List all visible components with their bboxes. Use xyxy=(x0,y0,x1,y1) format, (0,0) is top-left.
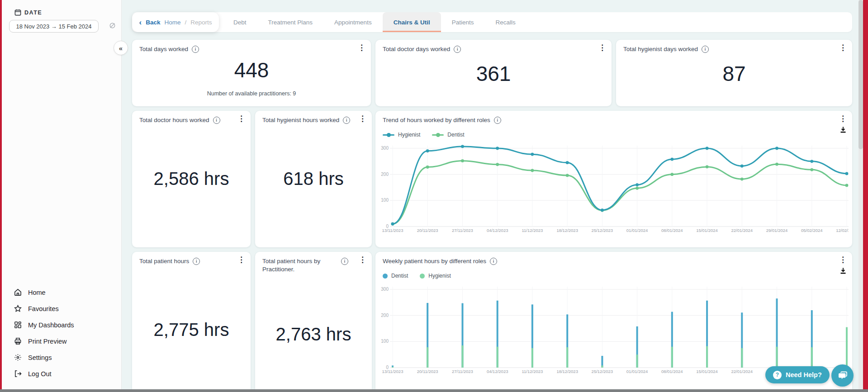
card-title: Total doctor days worked xyxy=(383,45,450,53)
card-title: Trend of hours worked by different roles xyxy=(383,116,490,124)
svg-text:04/12/2023: 04/12/2023 xyxy=(487,369,508,374)
card-menu-button[interactable]: ⋮ xyxy=(237,256,245,264)
tab-chairs-util[interactable]: Chairs & Util xyxy=(383,12,441,32)
download-chart-button[interactable] xyxy=(840,126,847,135)
svg-text:13/11/2023: 13/11/2023 xyxy=(382,369,403,374)
collapse-icon: « xyxy=(119,44,123,52)
card-menu-button[interactable]: ⋮ xyxy=(237,115,245,123)
chat-bubble-icon xyxy=(837,370,849,382)
sidebar-item-favourites[interactable]: Favourites xyxy=(14,305,74,312)
download-icon xyxy=(840,126,847,133)
breadcrumb-current: Reports xyxy=(190,19,212,26)
hide-date-icon[interactable] xyxy=(109,22,116,31)
card-title: Total days worked xyxy=(139,45,188,53)
card-patient-hours-by-practitioner: Total patient hours by Practitioner.i ⋮ … xyxy=(255,252,372,392)
card-total-hygienist-days: Total hygienist days workedi ⋮ 87 xyxy=(616,40,852,106)
date-range-input[interactable]: 18 Nov 2023 → 15 Feb 2024 xyxy=(9,20,99,33)
card-title: Total hygienist hours worked xyxy=(262,116,339,124)
sidebar-item-label: My Dashboards xyxy=(28,321,74,329)
legend-item-dentist[interactable]: Dentist xyxy=(432,132,464,138)
sidebar-item-label: Home xyxy=(28,289,46,296)
info-icon[interactable]: i xyxy=(490,258,497,265)
card-menu-button[interactable]: ⋮ xyxy=(598,44,606,52)
tab-appointments[interactable]: Appointments xyxy=(323,12,383,32)
dashboard-window: DATE 18 Nov 2023 → 15 Feb 2024 Home Favo… xyxy=(0,0,868,392)
sidebar-item-settings[interactable]: Settings xyxy=(14,354,74,361)
back-button[interactable]: Back xyxy=(146,19,160,26)
dentist-dot-swatch xyxy=(383,274,388,279)
sidebar-item-label: Favourites xyxy=(28,305,59,312)
svg-text:20/11/2023: 20/11/2023 xyxy=(417,228,438,233)
card-menu-button[interactable]: ⋮ xyxy=(839,256,847,264)
card-menu-button[interactable]: ⋮ xyxy=(359,256,366,264)
legend-item-dentist[interactable]: Dentist xyxy=(383,273,408,279)
card-total-doctor-hours: Total doctor hours workedi ⋮ 2,586 hrs xyxy=(132,111,251,247)
card-total-days-worked: Total days workedi ⋮ 448 Number of avail… xyxy=(132,40,371,106)
patient-hours-value: 2,775 hrs xyxy=(132,320,251,340)
svg-text:18/12/2023: 18/12/2023 xyxy=(556,369,578,374)
svg-text:15/01/2024: 15/01/2024 xyxy=(696,228,718,233)
question-icon: ? xyxy=(773,371,782,379)
svg-text:25/12/2023: 25/12/2023 xyxy=(592,369,613,374)
info-icon[interactable]: i xyxy=(454,46,461,53)
legend-label: Dentist xyxy=(391,273,408,279)
card-menu-button[interactable]: ⋮ xyxy=(358,44,365,52)
info-icon[interactable]: i xyxy=(702,46,709,53)
tab-debt[interactable]: Debt xyxy=(223,12,257,32)
card-title: Total doctor hours worked xyxy=(139,116,209,124)
legend-label: Dentist xyxy=(447,132,464,138)
need-help-label: Need Help? xyxy=(786,371,822,378)
svg-text:08/01/2024: 08/01/2024 xyxy=(661,369,683,374)
sidebar-item-my-dashboards[interactable]: My Dashboards xyxy=(14,321,74,329)
sidebar-item-log-out[interactable]: Log Out xyxy=(14,370,74,378)
card-menu-button[interactable]: ⋮ xyxy=(839,44,847,52)
breadcrumb-separator: / xyxy=(185,19,186,26)
svg-text:08/01/2024: 08/01/2024 xyxy=(661,228,683,233)
report-tabs: Debt Treatment Plans Appointments Chairs… xyxy=(223,12,526,32)
window-bottom-border xyxy=(0,389,868,392)
info-icon[interactable]: i xyxy=(494,117,501,124)
svg-text:18/12/2023: 18/12/2023 xyxy=(556,228,578,233)
legend-item-hygienist[interactable]: Hygienist xyxy=(383,132,420,138)
vertical-scrollbar-thumb[interactable] xyxy=(859,0,863,149)
report-tab-strip: ‹ Back Home / Reports Debt Treatment Pla… xyxy=(132,12,852,32)
hygienist-days-value: 87 xyxy=(616,61,852,86)
card-menu-button[interactable]: ⋮ xyxy=(359,115,366,123)
sidebar-item-home[interactable]: Home xyxy=(14,288,74,296)
window-right-border xyxy=(863,0,868,392)
card-title: Total hygienist days worked xyxy=(623,45,698,53)
download-chart-button[interactable] xyxy=(840,267,847,276)
info-icon[interactable]: i xyxy=(341,258,348,265)
info-icon[interactable]: i xyxy=(192,46,199,53)
date-section-header: DATE xyxy=(14,9,42,16)
svg-text:11/12/2023: 11/12/2023 xyxy=(522,369,543,374)
svg-text:100: 100 xyxy=(381,198,389,203)
need-help-button[interactable]: ? Need Help? xyxy=(765,366,830,383)
svg-text:100: 100 xyxy=(381,339,389,344)
tab-patients[interactable]: Patients xyxy=(441,12,485,32)
tab-treatment-plans[interactable]: Treatment Plans xyxy=(257,12,324,32)
tab-recalls[interactable]: Recalls xyxy=(484,12,526,32)
info-icon[interactable]: i xyxy=(343,117,350,124)
patient-hours-by-practitioner-value: 2,763 hrs xyxy=(255,324,372,345)
svg-text:200: 200 xyxy=(381,172,389,177)
card-total-doctor-days: Total doctor days workedi ⋮ 361 xyxy=(375,40,612,106)
chat-widget-button[interactable] xyxy=(831,364,854,387)
date-range-value: 18 Nov 2023 → 15 Feb 2024 xyxy=(16,23,92,30)
trend-line-chart: 010020030013/11/202320/11/202327/11/2023… xyxy=(379,142,849,238)
weekly-chart-legend: Dentist Hygienist xyxy=(383,273,451,279)
card-menu-button[interactable]: ⋮ xyxy=(839,115,847,123)
breadcrumb-home-link[interactable]: Home xyxy=(164,19,180,26)
svg-text:05/02/2024: 05/02/2024 xyxy=(801,228,823,233)
legend-item-hygienist[interactable]: Hygienist xyxy=(420,273,451,279)
svg-text:29/01/2024: 29/01/2024 xyxy=(766,228,788,233)
sidebar-item-label: Log Out xyxy=(28,370,52,378)
window-left-border xyxy=(0,0,2,392)
sidebar-item-print-preview[interactable]: Print Preview xyxy=(14,337,74,345)
svg-text:12/02/2024: 12/02/2024 xyxy=(836,228,849,233)
dashboards-icon xyxy=(14,321,22,329)
collapse-sidebar-button[interactable]: « xyxy=(114,41,128,55)
info-icon[interactable]: i xyxy=(193,258,200,265)
calendar-icon xyxy=(14,9,21,16)
info-icon[interactable]: i xyxy=(213,117,220,124)
